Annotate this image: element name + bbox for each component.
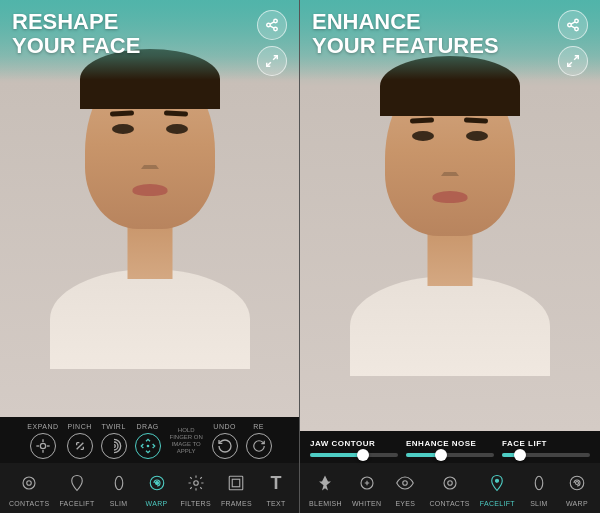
redo-icon — [246, 433, 272, 459]
undo-icon — [212, 433, 238, 459]
svg-rect-21 — [233, 479, 241, 487]
svg-line-26 — [571, 22, 575, 24]
left-share-btn[interactable] — [257, 10, 287, 40]
svg-point-24 — [575, 27, 579, 31]
feature-sliders-row: JAW CONTOUR ENHANCE NOSE FACE LIFT — [300, 431, 600, 463]
jaw-contour-slider-group: JAW CONTOUR — [310, 439, 398, 457]
twirl-icon — [101, 433, 127, 459]
left-face-image — [50, 49, 250, 369]
face-lift-track[interactable] — [502, 453, 590, 457]
face-lift-thumb[interactable] — [514, 449, 526, 461]
tool-expand[interactable]: EXPAND — [27, 423, 58, 459]
jaw-contour-track[interactable] — [310, 453, 398, 457]
tool-contacts-right[interactable]: CONTACTS — [429, 469, 469, 507]
tool-slim-left[interactable]: SLIM — [105, 469, 133, 507]
svg-rect-20 — [230, 476, 244, 490]
text-icon: T — [262, 469, 290, 497]
svg-point-18 — [155, 482, 158, 485]
svg-point-19 — [193, 481, 198, 486]
enhance-nose-slider-group: ENHANCE NOSE — [406, 439, 494, 457]
svg-point-7 — [40, 443, 45, 448]
tool-whiten[interactable]: WHITEN — [352, 469, 381, 507]
svg-point-33 — [496, 479, 499, 482]
warp-icon — [143, 469, 171, 497]
eyes-icon — [391, 469, 419, 497]
svg-point-14 — [23, 477, 35, 489]
left-header: RESHAPE YOUR FACE — [0, 0, 299, 84]
tool-blemish[interactable]: BLEMISH — [309, 469, 342, 507]
right-main-tools: BLEMISH WHITEN EYES — [300, 463, 600, 513]
tool-warp-left[interactable]: WARP — [143, 469, 171, 507]
left-bottom-bar: EXPAND PINCH TWIRL — [0, 417, 299, 513]
facelift-right-icon — [483, 469, 511, 497]
slim-right-icon — [525, 469, 553, 497]
warp-right-icon — [563, 469, 591, 497]
right-face-image — [350, 56, 550, 376]
frames-icon — [222, 469, 250, 497]
svg-point-1 — [267, 23, 271, 27]
svg-point-36 — [575, 482, 578, 485]
right-header-icons — [558, 10, 588, 76]
right-share-btn[interactable] — [558, 10, 588, 40]
svg-point-16 — [115, 476, 123, 490]
left-expand-btn[interactable] — [257, 46, 287, 76]
right-header: ENHANCE YOUR FEATURES — [300, 0, 600, 84]
jaw-contour-fill — [310, 453, 363, 457]
svg-point-15 — [27, 481, 32, 486]
svg-point-22 — [575, 19, 579, 23]
svg-line-25 — [571, 26, 575, 28]
right-panel: ENHANCE YOUR FEATURES — [300, 0, 600, 513]
tool-slim-right[interactable]: SLIM — [525, 469, 553, 507]
enhance-nose-track[interactable] — [406, 453, 494, 457]
jaw-contour-thumb[interactable] — [357, 449, 369, 461]
svg-point-32 — [447, 481, 452, 486]
tool-facelift-right[interactable]: FACELIFT — [480, 469, 515, 507]
tool-warp-right[interactable]: WARP — [563, 469, 591, 507]
face-lift-slider-group: FACE LIFT — [502, 439, 590, 457]
left-tool-options: EXPAND PINCH TWIRL — [0, 417, 299, 463]
tool-undo[interactable]: UNDO — [212, 423, 238, 459]
drag-icon — [135, 433, 161, 459]
facelift-icon — [63, 469, 91, 497]
left-face-area: RESHAPE YOUR FACE — [0, 0, 299, 417]
svg-point-35 — [570, 476, 584, 490]
tool-pinch[interactable]: PINCH — [67, 423, 93, 459]
tool-drag[interactable]: DRAG — [135, 423, 161, 459]
svg-point-2 — [274, 27, 278, 31]
right-expand-btn[interactable] — [558, 46, 588, 76]
svg-point-23 — [568, 23, 572, 27]
left-title: RESHAPE YOUR FACE — [12, 10, 140, 58]
tool-frames-left[interactable]: FRAMES — [221, 469, 252, 507]
right-face-area: ENHANCE YOUR FEATURES — [300, 0, 600, 431]
contacts-right-icon — [436, 469, 464, 497]
right-title: ENHANCE YOUR FEATURES — [312, 10, 499, 58]
left-panel: RESHAPE YOUR FACE — [0, 0, 300, 513]
filters-icon — [182, 469, 210, 497]
slim-icon — [105, 469, 133, 497]
right-bottom-bar: JAW CONTOUR ENHANCE NOSE FACE LIFT — [300, 431, 600, 513]
tool-redo[interactable]: RE — [246, 423, 272, 459]
svg-point-34 — [535, 476, 543, 490]
pinch-icon — [67, 433, 93, 459]
expand-icon — [30, 433, 56, 459]
contacts-icon — [15, 469, 43, 497]
svg-point-31 — [444, 477, 456, 489]
tool-text-left[interactable]: T TEXT — [262, 469, 290, 507]
tool-facelift-left[interactable]: FACELIFT — [59, 469, 94, 507]
tool-contacts-left[interactable]: CONTACTS — [9, 469, 49, 507]
left-main-tools: CONTACTS FACELIFT SLIM — [0, 463, 299, 513]
tool-filters-left[interactable]: FILTERS — [181, 469, 211, 507]
enhance-nose-thumb[interactable] — [435, 449, 447, 461]
svg-line-3 — [270, 26, 274, 28]
tool-hold-text: HOLD FINGER ON IMAGE TO APPLY — [169, 427, 204, 456]
svg-point-30 — [403, 481, 408, 486]
whiten-icon — [353, 469, 381, 497]
svg-line-4 — [270, 22, 274, 24]
blemish-icon — [311, 469, 339, 497]
left-header-icons — [257, 10, 287, 76]
tool-twirl[interactable]: TWIRL — [101, 423, 127, 459]
svg-point-0 — [274, 19, 278, 23]
tool-eyes-right[interactable]: EYES — [391, 469, 419, 507]
